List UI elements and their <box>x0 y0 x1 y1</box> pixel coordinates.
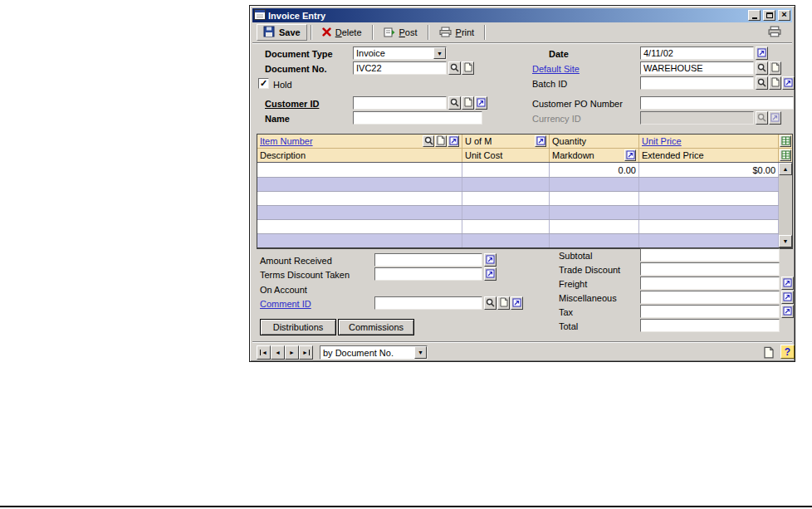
customer-id-input[interactable] <box>353 96 447 110</box>
customer-po-label: Customer PO Number <box>532 99 623 109</box>
last-record-button[interactable]: ► <box>299 345 313 360</box>
terms-discount-expansion-button[interactable] <box>484 267 496 281</box>
comment-id-lookup-button[interactable] <box>484 296 496 310</box>
document-type-dropdown[interactable]: Invoice ▼ <box>353 46 447 60</box>
note-icon <box>771 62 780 75</box>
customer-id-note-button[interactable] <box>462 96 474 110</box>
last-record-icon <box>309 350 310 355</box>
commissions-button[interactable]: Commissions <box>338 319 414 335</box>
comment-id-input[interactable] <box>374 296 482 310</box>
close-button[interactable]: × <box>778 10 790 21</box>
item-number-note-button[interactable] <box>435 135 447 147</box>
miscellaneous-input[interactable] <box>640 291 780 304</box>
item-number-lookup-button[interactable] <box>423 135 434 147</box>
maximize-button[interactable] <box>763 10 775 21</box>
amount-received-expansion-button[interactable] <box>484 253 496 267</box>
item-number-column-link[interactable]: Item Number <box>260 136 313 146</box>
date-input[interactable] <box>640 46 754 60</box>
freight-expansion-button[interactable] <box>781 277 794 290</box>
uofm-expansion-button[interactable] <box>535 135 546 147</box>
extended-price-column-header: Extended Price <box>642 150 704 160</box>
item-number-cell[interactable] <box>257 163 462 177</box>
minimize-button[interactable] <box>748 10 761 21</box>
print-document-button[interactable] <box>761 24 788 41</box>
toolbar-separator <box>372 25 374 40</box>
freight-input[interactable] <box>640 277 780 290</box>
grid-vertical-scrollbar[interactable]: ▲ ▼ <box>779 163 792 247</box>
grid-row[interactable]: 0.00 $0.00 <box>257 163 792 177</box>
scroll-up-button[interactable]: ▲ <box>779 163 792 175</box>
amount-received-input[interactable] <box>374 253 482 267</box>
tax-expansion-button[interactable] <box>781 305 794 318</box>
titlebar[interactable]: Invoice Entry × <box>252 8 792 22</box>
batch-id-label: Batch ID <box>532 79 567 89</box>
sort-by-dropdown[interactable]: by Document No. ▼ <box>320 345 428 360</box>
uofm-cell[interactable] <box>462 163 550 177</box>
show-detail-button[interactable] <box>780 135 791 147</box>
terms-discount-input[interactable] <box>374 267 482 281</box>
document-no-input[interactable] <box>353 61 447 75</box>
miscellaneous-expansion-button[interactable] <box>781 291 794 304</box>
default-site-note-button[interactable] <box>769 61 781 75</box>
first-record-button[interactable]: ◄ <box>257 345 271 360</box>
grid-row[interactable] <box>257 233 792 247</box>
hide-detail-button[interactable] <box>780 149 791 161</box>
grid-row[interactable] <box>257 191 792 205</box>
delete-button[interactable]: Delete <box>316 24 369 41</box>
customer-id-lookup-button[interactable] <box>448 96 461 110</box>
customer-id-expansion-button[interactable] <box>475 96 487 110</box>
markdown-expansion-button[interactable] <box>624 149 636 161</box>
comment-id-expansion-button[interactable] <box>511 296 523 310</box>
save-button[interactable]: Save <box>257 24 307 41</box>
batch-id-note-button[interactable] <box>769 76 781 90</box>
chevron-down-icon: ▼ <box>418 350 423 355</box>
grid-row[interactable] <box>257 177 792 191</box>
print-button[interactable]: Print <box>433 24 482 41</box>
hold-checkbox[interactable]: ✓ <box>258 78 269 89</box>
minimize-icon <box>752 17 757 19</box>
quantity-cell[interactable]: 0.00 <box>550 163 639 177</box>
distributions-button[interactable]: Distributions <box>260 319 336 335</box>
date-expansion-button[interactable] <box>756 46 768 60</box>
batch-id-input[interactable] <box>640 76 754 90</box>
default-site-input[interactable] <box>640 61 754 75</box>
next-record-icon: ► <box>289 350 295 355</box>
grid-row[interactable] <box>257 205 792 219</box>
document-type-label: Document Type <box>265 49 333 59</box>
arrow-up-icon: ▲ <box>783 166 789 172</box>
total-label: Total <box>559 321 578 331</box>
magnifier-icon <box>450 97 459 110</box>
next-record-button[interactable]: ► <box>285 345 299 360</box>
grid-row[interactable] <box>257 219 792 233</box>
help-button[interactable]: ? <box>780 345 795 359</box>
sort-by-dropdown-button[interactable]: ▼ <box>414 346 427 359</box>
comment-id-link[interactable]: Comment ID <box>260 299 311 309</box>
expansion-arrow-icon <box>626 149 635 162</box>
default-site-lookup-button[interactable] <box>756 61 768 75</box>
default-site-link[interactable]: Default Site <box>532 64 580 74</box>
post-icon <box>384 27 395 39</box>
comment-id-note-button[interactable] <box>497 296 510 310</box>
scroll-down-button[interactable]: ▼ <box>779 235 792 247</box>
document-no-note-button[interactable] <box>462 61 474 75</box>
batch-id-lookup-button[interactable] <box>756 76 768 90</box>
customer-id-link[interactable]: Customer ID <box>265 99 319 109</box>
window-note-icon[interactable] <box>763 346 775 359</box>
tax-input[interactable] <box>640 305 780 318</box>
document-no-lookup-button[interactable] <box>448 61 461 75</box>
magnifier-icon <box>486 297 495 310</box>
unit-price-column-link[interactable]: Unit Price <box>642 136 682 146</box>
previous-record-button[interactable]: ◄ <box>271 345 285 360</box>
markdown-column-header: Markdown <box>552 150 594 160</box>
extended-price-cell[interactable]: $0.00 <box>639 163 779 177</box>
grid-detail-icon <box>781 135 790 148</box>
name-input[interactable] <box>353 111 482 125</box>
expansion-arrow-icon <box>783 306 792 318</box>
date-label: Date <box>549 49 569 59</box>
batch-id-expansion-button[interactable] <box>782 76 795 90</box>
item-number-expansion-button[interactable] <box>448 135 459 147</box>
document-type-dropdown-button[interactable]: ▼ <box>433 47 446 59</box>
note-icon <box>464 62 472 75</box>
customer-po-input[interactable] <box>640 96 794 110</box>
post-button[interactable]: Post <box>377 24 424 41</box>
